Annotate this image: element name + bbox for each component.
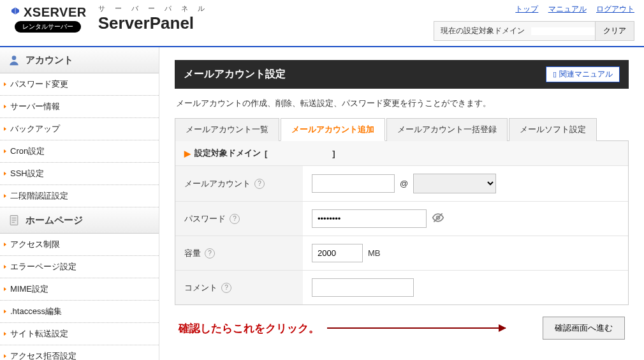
target-domain-close-bracket: ] bbox=[332, 149, 335, 158]
at-symbol: @ bbox=[400, 179, 408, 188]
help-icon[interactable]: ? bbox=[230, 214, 240, 224]
rental-badge: レンタルサーバー bbox=[15, 21, 81, 33]
top-link-logout[interactable]: ログアウト bbox=[596, 4, 634, 13]
sidebar-title-homepage: ホームページ bbox=[26, 214, 83, 227]
sidebar-title-account: アカウント bbox=[26, 54, 73, 66]
person-icon bbox=[8, 54, 20, 66]
arrow-icon bbox=[327, 327, 506, 329]
svg-point-0 bbox=[12, 56, 17, 60]
sidebar-item-access[interactable]: アクセス制限 bbox=[0, 234, 159, 255]
top-links: トップ マニュアル ログアウト bbox=[508, 4, 634, 15]
capacity-input[interactable] bbox=[312, 244, 363, 262]
help-icon[interactable]: ? bbox=[254, 179, 265, 189]
help-icon[interactable]: ? bbox=[205, 248, 215, 259]
mail-account-input[interactable] bbox=[312, 174, 395, 193]
sidebar-item-redirect[interactable]: サイト転送設定 bbox=[0, 323, 159, 345]
tab-account-list[interactable]: メールアカウント一覧 bbox=[175, 118, 279, 141]
top-link-top[interactable]: トップ bbox=[515, 4, 538, 13]
sidebar-item-cron[interactable]: Cron設定 bbox=[0, 140, 159, 162]
top-link-manual[interactable]: マニュアル bbox=[548, 4, 587, 13]
target-domain-row: ▶ 設定対象ドメイン [ ] bbox=[175, 141, 628, 166]
sidebar-header-account: アカウント bbox=[0, 47, 159, 73]
mail-account-label: メールアカウント bbox=[184, 178, 251, 190]
target-domain-open-bracket: [ bbox=[265, 149, 267, 158]
server-panel-title: サ ー バ ー パ ネ ル ServerPanel bbox=[98, 4, 209, 33]
xserver-logo: XSERVER レンタルサーバー bbox=[10, 5, 87, 33]
tab-account-bulk[interactable]: メールアカウント一括登録 bbox=[386, 118, 508, 141]
comment-input[interactable] bbox=[312, 278, 414, 297]
password-input[interactable] bbox=[312, 209, 427, 228]
sidebar-item-mime[interactable]: MIME設定 bbox=[0, 278, 159, 300]
tab-mailsoft[interactable]: メールソフト設定 bbox=[509, 118, 597, 141]
clear-button[interactable]: クリア bbox=[595, 22, 634, 40]
current-domain-bar: 現在の設定対象ドメイン クリア bbox=[434, 21, 634, 41]
sidebar-item-2fa[interactable]: 二段階認証設定 bbox=[0, 185, 159, 207]
help-icon[interactable]: ? bbox=[221, 283, 231, 293]
domain-value bbox=[531, 27, 595, 35]
sidebar-item-errorpage[interactable]: エラーページ設定 bbox=[0, 256, 159, 278]
sidebar-item-htaccess[interactable]: .htaccess編集 bbox=[0, 301, 159, 322]
page-title: メールアカウント設定 bbox=[184, 68, 286, 81]
comment-label: コメント bbox=[184, 282, 217, 294]
document-icon bbox=[8, 214, 20, 227]
brand-text: XSERVER bbox=[24, 5, 87, 20]
sidebar-item-ssh[interactable]: SSH設定 bbox=[0, 163, 159, 184]
capacity-unit: MB bbox=[368, 248, 381, 258]
domain-label: 現在の設定対象ドメイン bbox=[434, 22, 531, 40]
sidebar-item-deny[interactable]: アクセス拒否設定 bbox=[0, 345, 159, 360]
square-icon: ▶ bbox=[184, 149, 191, 158]
tab-account-add[interactable]: メールアカウント追加 bbox=[281, 118, 385, 141]
sidebar-item-password[interactable]: パスワード変更 bbox=[0, 73, 159, 95]
sidebar-header-homepage: ホームページ bbox=[0, 207, 159, 234]
related-manual-button[interactable]: 関連マニュアル bbox=[546, 66, 620, 82]
eye-off-icon[interactable] bbox=[432, 211, 444, 226]
confirm-button[interactable]: 確認画面へ進む bbox=[543, 317, 625, 340]
annotation-text: 確認したらこれをクリック。 bbox=[179, 321, 506, 336]
panel-kana: サ ー バ ー パ ネ ル bbox=[98, 4, 209, 13]
xserver-icon bbox=[10, 6, 21, 18]
target-domain-label: 設定対象ドメイン bbox=[194, 147, 261, 159]
sidebar-item-serverinfo[interactable]: サーバー情報 bbox=[0, 96, 159, 117]
password-label: パスワード bbox=[184, 213, 226, 225]
manual-btn-label: 関連マニュアル bbox=[559, 69, 613, 80]
domain-select[interactable] bbox=[413, 174, 496, 193]
sidebar-item-backup[interactable]: バックアップ bbox=[0, 118, 159, 140]
capacity-label: 容量 bbox=[184, 248, 201, 259]
page-description: メールアカウントの作成、削除、転送設定、パスワード変更を行うことができます。 bbox=[176, 98, 627, 109]
panel-name: ServerPanel bbox=[98, 13, 209, 33]
